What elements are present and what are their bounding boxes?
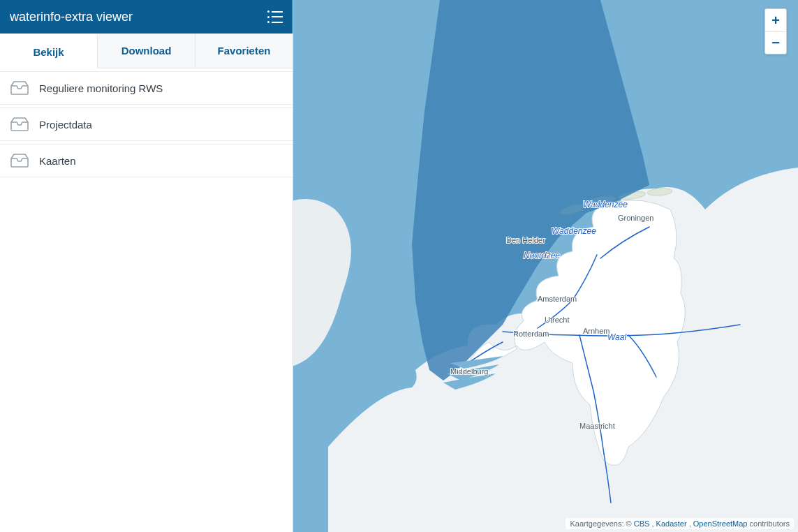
list-item-label: Reguliere monitoring RWS [39, 82, 163, 94]
label-waddenzee-lower: Waddenzee [552, 226, 596, 236]
attr-link-cbs[interactable]: CBS [634, 519, 650, 528]
list-item-label: Projectdata [39, 119, 92, 131]
attr-link-osm[interactable]: OpenStreetMap [693, 519, 748, 528]
map-canvas: Noordzee Waddenzee Waddenzee Waal Gronin… [293, 0, 798, 532]
app-root: waterinfo-extra viewer Bekijk Download F… [0, 0, 798, 532]
tab-label: Download [121, 45, 172, 57]
drawer-icon [10, 80, 29, 96]
list-item-projectdata[interactable]: Projectdata [0, 108, 293, 141]
map-attribution: Kaartgegevens: © CBS , Kadaster , OpenSt… [566, 518, 794, 529]
label-denhelder: Den Helder [506, 236, 545, 244]
sidebar-header: waterinfo-extra viewer [0, 0, 293, 34]
attr-prefix: Kaartgegevens: © [570, 519, 633, 528]
zoom-in-button[interactable]: + [765, 9, 786, 31]
drawer-icon [10, 153, 29, 168]
label-noordzee: Noordzee [524, 251, 560, 260]
list-item-kaarten[interactable]: Kaarten [0, 144, 293, 177]
list-menu-icon[interactable] [267, 10, 283, 23]
label-rotterdam: Rotterdam [513, 330, 549, 338]
tab-bar: Bekijk Download Favorieten [0, 34, 293, 68]
drawer-icon [10, 117, 29, 132]
zoom-controls: + − [764, 8, 787, 54]
category-list: Reguliere monitoring RWS Projectdata Kaa… [0, 68, 293, 177]
plus-icon: + [771, 13, 780, 29]
attr-link-kadaster[interactable]: Kadaster [656, 519, 687, 528]
label-middelburg: Middelburg [450, 367, 488, 376]
map-pane[interactable]: Noordzee Waddenzee Waddenzee Waal Gronin… [293, 0, 798, 532]
zoom-out-button[interactable]: − [765, 31, 786, 54]
app-title: waterinfo-extra viewer [10, 10, 133, 24]
list-item-label: Kaarten [39, 155, 76, 167]
label-utrecht: Utrecht [545, 316, 569, 324]
label-groningen: Groningen [618, 214, 653, 222]
attr-suffix: contributors [750, 519, 790, 528]
label-waddenzee-upper: Waddenzee [583, 200, 628, 209]
tab-download[interactable]: Download [98, 34, 195, 68]
minus-icon: − [771, 35, 780, 51]
label-waal: Waal [607, 332, 626, 342]
sidebar: waterinfo-extra viewer Bekijk Download F… [0, 0, 293, 532]
label-amsterdam: Amsterdam [538, 295, 577, 303]
tab-bekijk[interactable]: Bekijk [0, 34, 98, 68]
tab-label: Bekijk [33, 46, 64, 58]
label-maastricht: Maastricht [579, 422, 615, 430]
tab-favorieten[interactable]: Favorieten [195, 34, 293, 68]
label-arnhem: Arnhem [583, 327, 610, 335]
tab-label: Favorieten [218, 45, 271, 57]
list-item-reguliere-monitoring[interactable]: Reguliere monitoring RWS [0, 71, 293, 105]
